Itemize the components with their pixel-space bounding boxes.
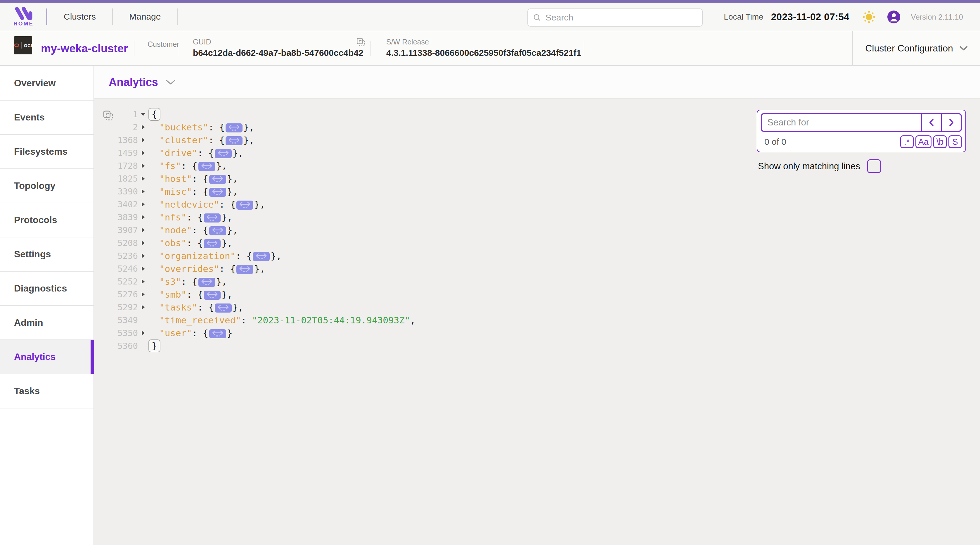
comma: , <box>227 212 232 223</box>
close-brace: } <box>221 238 227 248</box>
colon: : <box>241 315 252 325</box>
expander-right-icon[interactable] <box>138 176 148 181</box>
cluster-configuration-menu[interactable]: Cluster Configuration <box>852 31 980 65</box>
regex-option-button[interactable]: .* <box>900 135 914 148</box>
collapsed-content-pill[interactable] <box>236 265 253 274</box>
chevron-left-icon <box>929 118 934 127</box>
expander-right-icon[interactable] <box>138 151 148 155</box>
open-brace: { <box>197 212 203 223</box>
json-search-input[interactable] <box>762 114 921 131</box>
expander-right-icon[interactable] <box>138 279 148 284</box>
word-boundary-option-button[interactable]: \b <box>933 135 947 148</box>
sidebar-item-protocols[interactable]: Protocols <box>0 203 94 237</box>
sidebar-item-admin[interactable]: Admin <box>0 306 94 340</box>
copy-guid-button[interactable] <box>356 37 366 47</box>
collapsed-content-pill[interactable] <box>215 303 232 312</box>
nav-item-manage[interactable]: Manage <box>113 8 177 25</box>
bracket-highlight: { <box>148 108 161 121</box>
json-key: "host" <box>159 174 192 184</box>
collapsed-content-pill[interactable] <box>198 162 215 171</box>
page-title-dropdown[interactable]: Analytics <box>109 76 176 89</box>
colon: : <box>186 238 197 248</box>
sidebar-item-topology[interactable]: Topology <box>0 169 94 203</box>
json-line: 5208"obs": {}, <box>110 237 415 249</box>
expander-down-icon[interactable] <box>138 113 148 116</box>
json-line-content: "fs": {}, <box>159 161 227 171</box>
json-line-content: { <box>148 108 161 121</box>
json-key: "buckets" <box>159 122 208 132</box>
collapsed-content-pill[interactable] <box>209 188 226 197</box>
open-brace: { <box>192 276 197 287</box>
collapsed-content-pill[interactable] <box>209 226 226 235</box>
sidebar-item-settings[interactable]: Settings <box>0 237 94 272</box>
colon: : <box>208 135 219 145</box>
expander-right-icon[interactable] <box>138 292 148 297</box>
theme-toggle-button[interactable] <box>862 10 876 24</box>
nav-item-clusters[interactable]: Clusters <box>47 8 112 25</box>
header-divider <box>371 41 371 56</box>
json-line-content: } <box>148 339 161 352</box>
comma: , <box>221 161 227 171</box>
sidebar-item-tasks[interactable]: Tasks <box>0 374 94 408</box>
expander-right-icon[interactable] <box>138 241 148 245</box>
sidebar-item-label: Filesystems <box>14 146 67 157</box>
expander-right-icon[interactable] <box>138 215 148 220</box>
show-matching-lines-checkbox[interactable] <box>867 159 881 173</box>
sidebar-item-label: Diagnostics <box>14 283 67 294</box>
open-brace: { <box>197 238 203 248</box>
expander-right-icon[interactable] <box>138 189 148 194</box>
expander-right-icon[interactable] <box>138 253 148 258</box>
triangle-right-icon <box>142 253 145 258</box>
next-match-button[interactable] <box>941 114 961 131</box>
expander-right-icon[interactable] <box>138 125 148 129</box>
expander-right-icon[interactable] <box>138 305 148 310</box>
sidebar-item-events[interactable]: Events <box>0 100 94 135</box>
line-number: 3839 <box>110 212 138 222</box>
colon: : <box>208 122 219 132</box>
chevron-right-icon <box>948 118 954 127</box>
expander-right-icon[interactable] <box>138 163 148 168</box>
collapsed-arrows-icon <box>217 304 229 311</box>
sidebar-item-label: Overview <box>14 78 56 89</box>
json-search-panel: 0 of 0 .*Aa\bS <box>757 110 966 152</box>
collapsed-content-pill[interactable] <box>226 136 242 145</box>
previous-match-button[interactable] <box>921 114 941 131</box>
close-brace: } <box>232 302 238 312</box>
collapsed-content-pill[interactable] <box>209 175 226 184</box>
user-avatar[interactable] <box>887 10 901 24</box>
collapsed-content-pill[interactable] <box>236 201 253 210</box>
sidebar-item-filesystems[interactable]: Filesystems <box>0 135 94 169</box>
collapsed-content-pill[interactable] <box>204 214 221 223</box>
expander-right-icon[interactable] <box>138 266 148 271</box>
sidebar-item-overview[interactable]: Overview <box>0 66 94 100</box>
sidebar: OverviewEventsFilesystemsTopologyProtoco… <box>0 66 94 545</box>
expander-right-icon[interactable] <box>138 331 148 335</box>
json-search-box <box>761 113 962 132</box>
expander-right-icon[interactable] <box>138 228 148 233</box>
json-line-content: "s3": {}, <box>159 276 227 287</box>
home-logo[interactable]: HOME <box>13 7 33 27</box>
expander-right-icon[interactable] <box>138 138 148 142</box>
expander-right-icon[interactable] <box>138 202 148 207</box>
collapsed-content-pill[interactable] <box>198 278 215 287</box>
selection-option-button[interactable]: S <box>948 135 962 148</box>
json-key: "smb" <box>159 289 186 300</box>
collapsed-content-pill[interactable] <box>209 329 226 338</box>
colon: : <box>192 186 203 197</box>
case-sensitive-option-button[interactable]: Aa <box>915 135 932 148</box>
collapsed-content-pill[interactable] <box>226 123 242 132</box>
global-search-input[interactable] <box>546 13 697 22</box>
collapsed-content-pill[interactable] <box>253 252 270 261</box>
sidebar-item-analytics[interactable]: Analytics <box>0 340 94 374</box>
collapsed-content-pill[interactable] <box>204 291 221 300</box>
collapsed-content-pill[interactable] <box>215 149 232 158</box>
collapsed-content-pill[interactable] <box>204 239 221 248</box>
triangle-right-icon <box>142 151 145 155</box>
json-line: 1{ <box>110 108 415 121</box>
bracket-highlight: } <box>148 339 161 352</box>
open-brace: { <box>230 199 236 210</box>
comma: , <box>232 174 238 184</box>
comma: , <box>232 186 238 197</box>
sidebar-item-diagnostics[interactable]: Diagnostics <box>0 272 94 306</box>
sun-icon <box>862 10 876 24</box>
